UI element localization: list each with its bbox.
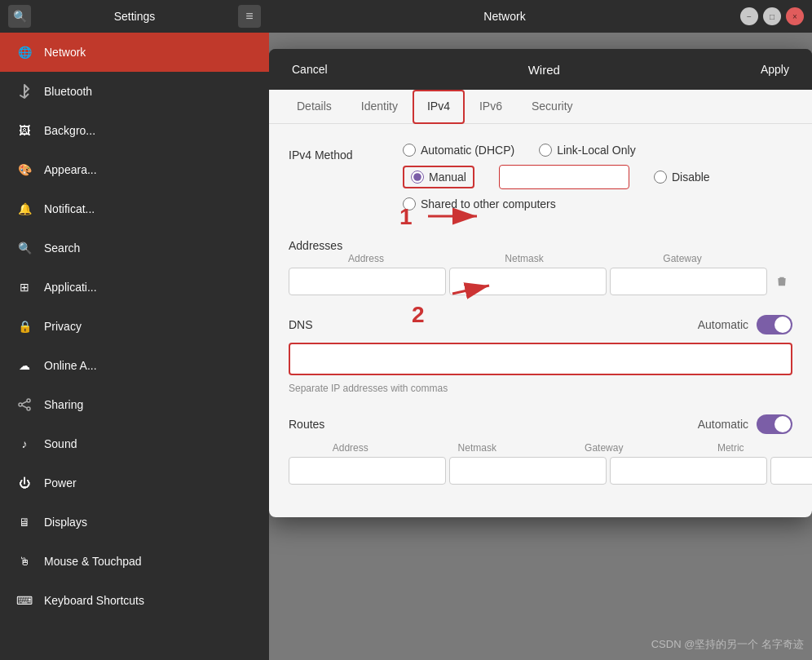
dialog-cancel-button[interactable]: Cancel: [282, 58, 338, 81]
menu-icon: ≡: [245, 9, 253, 24]
close-button[interactable]: ×: [786, 7, 804, 25]
sidebar-item-appearance[interactable]: 🎨 Appeara...: [0, 150, 269, 189]
content-area: Wired + ~1000 Mb/s VPN +: [269, 33, 812, 660]
tab-identity[interactable]: Identity: [346, 90, 413, 124]
routes-col-address: Address: [289, 442, 413, 454]
tab-security[interactable]: Security: [517, 90, 588, 124]
sidebar-item-background[interactable]: 🖼 Backgro...: [0, 111, 269, 150]
sidebar-item-search[interactable]: 🔍 Search: [0, 228, 269, 268]
sidebar-item-label: Notificat...: [44, 202, 95, 215]
radio-disable[interactable]: [654, 171, 667, 184]
routes-address-input[interactable]: [289, 457, 446, 485]
sidebar-item-power[interactable]: ⏻ Power: [0, 463, 269, 503]
background-icon: 🖼: [16, 122, 33, 139]
addr-gateway-input[interactable]: [610, 268, 767, 295]
dialog-content: IPv4 Method Automatic (DHCP) Link-Local …: [269, 124, 812, 517]
addr-delete-button[interactable]: [770, 269, 792, 294]
dialog-apply-button[interactable]: Apply: [751, 58, 799, 81]
sidebar-item-label: Displays: [44, 516, 87, 529]
col-action: [763, 253, 792, 264]
addr-netmask-input[interactable]: [449, 268, 607, 295]
routes-section: Routes Automatic Address Netmask Gateway…: [289, 414, 792, 485]
svg-point-1: [27, 399, 30, 402]
routes-auto-toggle[interactable]: [757, 414, 792, 434]
addresses-label: Addresses: [289, 239, 342, 252]
applications-icon: ⊞: [16, 279, 33, 295]
titlebar-left: 🔍 Settings ≡: [0, 5, 269, 28]
routes-netmask-input[interactable]: [449, 457, 607, 485]
svg-line-3: [22, 401, 27, 404]
dns-section: DNS Automatic Separate IP addresses with…: [289, 315, 792, 395]
sound-icon: ♪: [16, 436, 33, 452]
sidebar-item-bluetooth[interactable]: Bluetooth: [0, 72, 269, 111]
routes-col-gateway: Gateway: [542, 442, 666, 454]
routes-metric-input[interactable]: [770, 457, 812, 485]
radio-manual[interactable]: [411, 171, 424, 184]
notifications-icon: 🔔: [16, 201, 33, 217]
sidebar-item-applications[interactable]: ⊞ Applicati...: [0, 268, 269, 307]
maximize-icon: □: [770, 12, 774, 21]
method-disable[interactable]: Disable: [654, 171, 710, 184]
routes-title: Routes: [289, 418, 324, 431]
dns-input[interactable]: [289, 343, 792, 375]
window-controls: − □ ×: [740, 7, 812, 25]
manual-text-field[interactable]: [499, 165, 629, 189]
sidebar-item-online[interactable]: ☁ Online A...: [0, 346, 269, 385]
dialog-overlay: Cancel Wired Apply Details Identity IPv4: [269, 33, 812, 660]
tab-ipv6[interactable]: IPv6: [465, 90, 517, 124]
app-title: Settings: [39, 10, 230, 23]
sidebar-item-keyboard[interactable]: ⌨ Keyboard Shortcuts: [0, 581, 269, 620]
titlebar-search-button[interactable]: 🔍: [8, 5, 31, 28]
radio-link-local[interactable]: [539, 144, 552, 157]
dns-header: DNS Automatic: [289, 315, 792, 334]
ipv4-method-label: IPv4 Method: [289, 144, 386, 162]
routes-auto-row: Automatic: [698, 414, 792, 434]
dns-title: DNS: [289, 318, 313, 331]
method-shared[interactable]: Shared to other computers: [403, 197, 556, 210]
sidebar-item-sharing[interactable]: Sharing: [0, 385, 269, 424]
online-icon: ☁: [16, 357, 33, 374]
routes-table-header: Address Netmask Gateway Metric: [289, 442, 792, 454]
sidebar-item-privacy[interactable]: 🔒 Privacy: [0, 307, 269, 346]
dns-hint: Separate IP addresses with commas: [289, 383, 448, 394]
sidebar-item-label: Bluetooth: [44, 85, 92, 98]
sidebar-item-mouse[interactable]: 🖱 Mouse & Touchpad: [0, 542, 269, 581]
sidebar: 🌐 Network Bluetooth 🖼 Backgro... 🎨 Appea…: [0, 33, 269, 660]
sidebar-item-label: Backgro...: [44, 124, 95, 137]
sidebar-item-label: Sharing: [44, 398, 83, 411]
search-icon: 🔍: [13, 10, 27, 23]
method-shared-label: Shared to other computers: [421, 197, 556, 210]
method-row-2: Manual Disable: [403, 165, 792, 189]
method-automatic[interactable]: Automatic (DHCP): [403, 144, 514, 157]
addresses-section: Addresses Address Netmask Gateway: [289, 238, 792, 295]
routes-gateway-input[interactable]: [610, 457, 767, 485]
titlebar-menu-button[interactable]: ≡: [238, 5, 261, 28]
col-address: Address: [289, 253, 444, 264]
radio-automatic[interactable]: [403, 144, 416, 157]
sidebar-item-displays[interactable]: 🖥 Displays: [0, 503, 269, 542]
radio-shared[interactable]: [403, 197, 416, 210]
keyboard-icon: ⌨: [16, 592, 33, 609]
tab-ipv4[interactable]: IPv4: [413, 90, 465, 124]
tab-details[interactable]: Details: [282, 90, 346, 124]
sidebar-item-label: Sound: [44, 437, 77, 450]
svg-line-4: [22, 405, 27, 408]
method-link-local[interactable]: Link-Local Only: [539, 144, 636, 157]
dns-auto-toggle[interactable]: [757, 315, 792, 334]
maximize-button[interactable]: □: [763, 7, 781, 25]
addr-address-input[interactable]: [289, 268, 446, 295]
sidebar-item-notifications[interactable]: 🔔 Notificat...: [0, 189, 269, 228]
sidebar-item-sound[interactable]: ♪ Sound: [0, 424, 269, 463]
sidebar-item-network[interactable]: 🌐 Network: [0, 33, 269, 72]
dialog-title: Wired: [528, 63, 560, 77]
dns-auto-row: Automatic: [698, 315, 792, 334]
titlebar: 🔍 Settings ≡ Network − □ ×: [0, 0, 812, 33]
close-icon: ×: [792, 12, 797, 21]
displays-icon: 🖥: [16, 514, 33, 530]
power-icon: ⏻: [16, 475, 33, 491]
sidebar-item-label: Appeara...: [44, 163, 97, 176]
minimize-button[interactable]: −: [740, 7, 758, 25]
mouse-icon: 🖱: [16, 553, 33, 569]
method-row-1: Automatic (DHCP) Link-Local Only: [403, 144, 792, 157]
sidebar-item-label: Mouse & Touchpad: [44, 555, 142, 568]
